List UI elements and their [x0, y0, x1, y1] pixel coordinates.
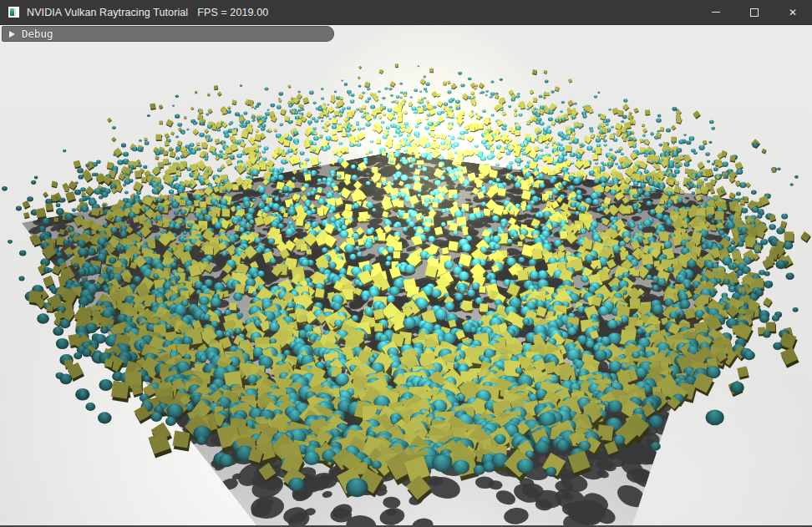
debug-panel-header[interactable]: Debug — [2, 26, 334, 42]
minimize-button[interactable] — [697, 0, 735, 24]
maximize-icon — [750, 8, 759, 17]
collapse-arrow-icon — [9, 31, 15, 38]
render-viewport: Debug — [0, 25, 812, 527]
window-controls: ✕ — [697, 0, 812, 24]
close-icon: ✕ — [789, 8, 797, 18]
close-button[interactable]: ✕ — [774, 0, 812, 24]
raytraced-scene-canvas[interactable] — [0, 25, 812, 527]
debug-panel-label: Debug — [22, 28, 53, 40]
window-title: NVIDIA Vulkan Raytracing Tutorial — [27, 7, 188, 18]
fps-counter: FPS = 2019.00 — [197, 7, 268, 18]
minimize-icon — [712, 12, 720, 13]
app-window: NVIDIA Vulkan Raytracing Tutorial FPS = … — [0, 0, 812, 527]
titlebar[interactable]: NVIDIA Vulkan Raytracing Tutorial FPS = … — [0, 0, 812, 25]
maximize-button[interactable] — [735, 0, 774, 24]
app-icon — [8, 7, 19, 18]
